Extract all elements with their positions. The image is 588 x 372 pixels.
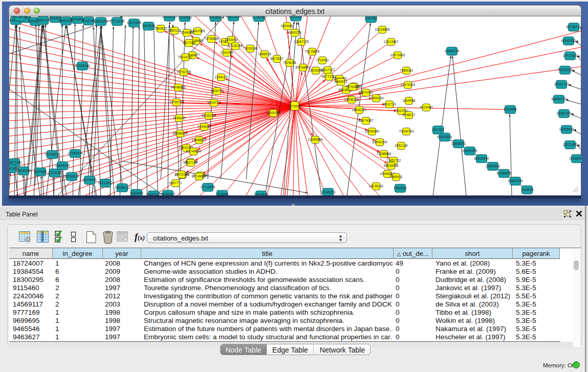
svg-text:93467065: 93467065 [190,29,205,33]
svg-text:83303654: 83303654 [438,135,452,139]
svg-text:97749649: 97749649 [192,174,207,178]
svg-text:19909169: 19909169 [55,164,70,167]
svg-text:99401965: 99401965 [463,149,477,152]
svg-text:10853267: 10853267 [94,19,108,23]
svg-text:83534624: 83534624 [64,174,79,178]
svg-text:29808412: 29808412 [115,186,130,189]
svg-text:6053809: 6053809 [209,16,222,19]
svg-text:12213967: 12213967 [384,40,399,43]
svg-text:7876038: 7876038 [283,61,296,64]
svg-text:9449972: 9449972 [334,80,347,83]
svg-text:10671355: 10671355 [127,21,142,25]
svg-text:10154808: 10154808 [375,28,390,31]
svg-text:75125674: 75125674 [305,50,320,53]
svg-text:73755646: 73755646 [204,37,219,40]
svg-text:16783777: 16783777 [169,100,184,104]
svg-text:9457771: 9457771 [169,181,182,185]
svg-text:96183242: 96183242 [202,114,216,117]
svg-text:10973493: 10973493 [390,53,405,57]
svg-text:17451712: 17451712 [386,159,401,162]
svg-text:7485063: 7485063 [400,69,413,72]
svg-text:7663822: 7663822 [154,27,167,30]
svg-text:1033092: 1033092 [225,38,238,41]
svg-text:89816934: 89816934 [474,157,489,160]
svg-text:77010651: 77010651 [178,16,192,19]
svg-text:17917693: 17917693 [563,54,578,57]
svg-text:1219136: 1219136 [48,171,61,174]
svg-text:1586518: 1586518 [258,52,271,56]
svg-text:15716485: 15716485 [201,185,215,189]
svg-text:8097882: 8097882 [34,170,47,173]
svg-text:14136141: 14136141 [369,184,384,188]
svg-text:89868727: 89868727 [552,97,567,101]
svg-text:12975115: 12975115 [401,83,416,86]
svg-text:1627204: 1627204 [182,41,195,45]
svg-text:11317127: 11317127 [320,68,335,72]
svg-text:10883561: 10883561 [486,164,500,168]
svg-text:1607337: 1607337 [431,128,445,132]
svg-text:20366909: 20366909 [570,157,582,160]
svg-text:1334123: 1334123 [214,75,228,79]
svg-text:14596158: 14596158 [344,98,359,101]
svg-text:9748217: 9748217 [402,113,416,117]
svg-text:21079911: 21079911 [82,178,97,182]
svg-text:13749894: 13749894 [186,149,201,153]
svg-text:88856855: 88856855 [173,132,188,135]
svg-text:2985931: 2985931 [389,175,403,179]
svg-text:11870262: 11870262 [359,91,374,94]
svg-text:7515526: 7515526 [142,24,155,28]
svg-text:23430980: 23430980 [16,169,31,172]
svg-text:9586923: 9586923 [394,186,407,190]
svg-text:17359934: 17359934 [68,151,83,155]
svg-text:92513542: 92513542 [98,181,113,185]
svg-text:18724007: 18724007 [288,104,302,108]
svg-text:15868501: 15868501 [451,142,466,145]
svg-text:93662994: 93662994 [508,179,523,183]
svg-text:14738299: 14738299 [13,16,28,18]
svg-text:12045053: 12045053 [321,190,336,194]
svg-text:1206797: 1206797 [210,89,224,93]
svg-text:18300295: 18300295 [266,111,281,115]
svg-text:73193149: 73193149 [243,47,258,50]
svg-text:2087682: 2087682 [364,16,378,20]
svg-text:98516048: 98516048 [384,164,399,167]
svg-text:1249947: 1249947 [198,125,211,128]
svg-text:86474367: 86474367 [359,119,374,122]
svg-text:1436349: 1436349 [172,116,186,120]
svg-text:19413186: 19413186 [175,172,189,176]
svg-text:10831727: 10831727 [554,82,569,86]
svg-text:75314737: 75314737 [178,55,193,59]
svg-text:77809134: 77809134 [369,96,384,100]
svg-text:19384554: 19384554 [308,138,323,141]
svg-text:16648784: 16648784 [445,49,460,53]
svg-text:76320163: 76320163 [558,68,573,72]
svg-text:14648877: 14648877 [192,138,207,142]
svg-text:20053346: 20053346 [75,64,90,68]
svg-text:13455812: 13455812 [559,127,574,131]
svg-text:22967175: 22967175 [294,40,309,43]
svg-text:9182449: 9182449 [130,191,143,195]
svg-text:1659401: 1659401 [280,24,294,28]
svg-text:27631165: 27631165 [162,16,177,18]
svg-text:8671657: 8671657 [270,57,284,60]
svg-text:70752735: 70752735 [177,70,191,74]
svg-text:83942104: 83942104 [373,140,387,144]
svg-text:21781080: 21781080 [252,16,267,19]
svg-text:72702895: 72702895 [345,85,360,89]
svg-text:23487347: 23487347 [557,112,572,115]
svg-text:7443699: 7443699 [520,188,534,191]
svg-text:9115460: 9115460 [420,105,433,109]
svg-text:70909743: 70909743 [399,129,414,133]
svg-text:12677360: 12677360 [9,161,22,164]
svg-text:1504556: 1504556 [402,99,416,102]
svg-text:18692221: 18692221 [352,108,367,112]
svg-text:97193745: 97193745 [228,44,243,48]
svg-text:94948083: 94948083 [171,85,186,89]
svg-text:1241904: 1241904 [220,51,233,54]
svg-text:81484656: 81484656 [497,171,512,175]
svg-text:9611724: 9611724 [383,102,396,106]
svg-text:16959440: 16959440 [365,129,380,133]
svg-text:2952145: 2952145 [395,144,408,147]
svg-text:93872624: 93872624 [226,16,241,18]
svg-text:10719155: 10719155 [110,19,125,23]
